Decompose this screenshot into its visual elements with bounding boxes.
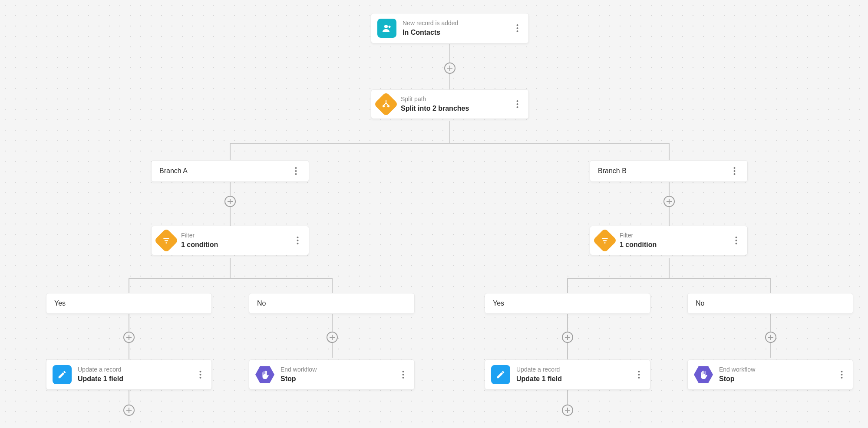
svg-point-11	[295, 173, 297, 175]
more-menu-button[interactable]	[292, 236, 303, 245]
svg-point-20	[297, 243, 298, 244]
connector	[567, 278, 770, 279]
more-menu-button[interactable]	[731, 236, 741, 245]
pencil-icon	[491, 365, 510, 384]
yes-b-label: Yes	[493, 300, 642, 307]
filter-b-title: 1 condition	[620, 240, 727, 250]
svg-point-30	[402, 371, 404, 372]
svg-point-9	[295, 167, 297, 169]
stop-b-node[interactable]: End workflow Stop	[687, 359, 853, 390]
split-title: Split into 2 branches	[401, 104, 508, 113]
no-b-node[interactable]: No	[687, 293, 853, 314]
svg-point-12	[733, 167, 735, 169]
svg-rect-17	[165, 242, 167, 244]
svg-point-3	[516, 30, 518, 32]
svg-rect-22	[603, 240, 607, 241]
split-icon	[374, 92, 399, 117]
filter-b-subtitle: Filter	[620, 231, 727, 239]
svg-point-7	[516, 103, 518, 105]
svg-point-19	[297, 240, 298, 241]
svg-point-28	[199, 374, 201, 375]
svg-point-38	[841, 377, 842, 379]
stop-b-subtitle: End workflow	[719, 365, 833, 373]
svg-point-8	[516, 106, 518, 108]
svg-point-2	[516, 27, 518, 29]
svg-point-36	[841, 371, 842, 372]
filter-b-node[interactable]: Filter 1 condition	[590, 226, 748, 255]
connector	[770, 278, 771, 293]
filter-icon	[154, 228, 179, 253]
more-menu-button[interactable]	[195, 370, 205, 379]
svg-point-14	[733, 173, 735, 175]
more-menu-button[interactable]	[512, 24, 522, 33]
no-a-node[interactable]: No	[249, 293, 415, 314]
yes-b-node[interactable]: Yes	[485, 293, 650, 314]
add-step-button[interactable]	[123, 405, 135, 416]
stop-a-subtitle: End workflow	[281, 365, 394, 373]
connector	[230, 143, 669, 144]
stop-a-title: Stop	[281, 374, 394, 384]
svg-point-0	[384, 25, 388, 28]
svg-point-34	[638, 374, 640, 375]
more-menu-button[interactable]	[512, 100, 522, 109]
connector	[129, 278, 129, 293]
svg-point-35	[638, 377, 640, 379]
hand-stop-icon	[694, 365, 713, 384]
svg-point-10	[295, 170, 297, 172]
split-node[interactable]: Split path Split into 2 branches	[371, 89, 529, 119]
svg-point-33	[638, 371, 640, 372]
pencil-icon	[53, 365, 72, 384]
hand-stop-icon	[255, 365, 274, 384]
stop-b-title: Stop	[719, 374, 833, 384]
filter-a-subtitle: Filter	[181, 231, 289, 239]
svg-rect-15	[163, 238, 169, 239]
add-step-button[interactable]	[562, 405, 573, 416]
add-step-button[interactable]	[224, 196, 236, 207]
more-menu-button[interactable]	[290, 167, 301, 175]
branch-a-node[interactable]: Branch A	[151, 160, 309, 182]
update-b-node[interactable]: Update a record Update 1 field	[485, 359, 650, 390]
connector	[332, 278, 333, 293]
svg-point-37	[841, 374, 842, 375]
svg-point-27	[199, 371, 201, 372]
filter-a-node[interactable]: Filter 1 condition	[151, 226, 309, 255]
update-a-node[interactable]: Update a record Update 1 field	[46, 359, 212, 390]
trigger-subtitle: New record is added	[403, 19, 508, 27]
connector	[449, 121, 450, 143]
svg-point-24	[735, 237, 737, 238]
svg-point-26	[735, 243, 737, 244]
add-step-button[interactable]	[562, 332, 573, 343]
svg-point-6	[516, 100, 518, 102]
add-step-button[interactable]	[663, 196, 675, 207]
update-a-title: Update 1 field	[78, 374, 191, 384]
update-b-subtitle: Update a record	[516, 365, 630, 373]
svg-rect-23	[604, 242, 605, 244]
yes-a-node[interactable]: Yes	[46, 293, 212, 314]
trigger-title: In Contacts	[403, 28, 508, 37]
no-b-label: No	[696, 300, 845, 307]
no-a-label: No	[257, 300, 406, 307]
trigger-node[interactable]: New record is added In Contacts	[371, 13, 529, 43]
more-menu-button[interactable]	[729, 167, 739, 175]
add-step-button[interactable]	[444, 63, 455, 74]
branch-b-node[interactable]: Branch B	[590, 160, 748, 182]
more-menu-button[interactable]	[634, 370, 644, 379]
update-a-subtitle: Update a record	[78, 365, 191, 373]
branch-a-label: Branch A	[159, 167, 290, 175]
svg-point-18	[297, 237, 298, 238]
filter-icon	[593, 228, 617, 253]
stop-a-node[interactable]: End workflow Stop	[249, 359, 415, 390]
more-menu-button[interactable]	[398, 370, 408, 379]
connector	[230, 258, 231, 278]
svg-point-1	[516, 24, 518, 26]
connector	[129, 278, 332, 279]
add-step-button[interactable]	[765, 332, 776, 343]
more-menu-button[interactable]	[836, 370, 847, 379]
add-step-button[interactable]	[327, 332, 338, 343]
svg-point-31	[402, 374, 404, 375]
connector	[669, 143, 670, 160]
svg-point-13	[733, 170, 735, 172]
update-b-title: Update 1 field	[516, 374, 630, 384]
add-step-button[interactable]	[123, 332, 135, 343]
branch-b-label: Branch B	[598, 167, 729, 175]
